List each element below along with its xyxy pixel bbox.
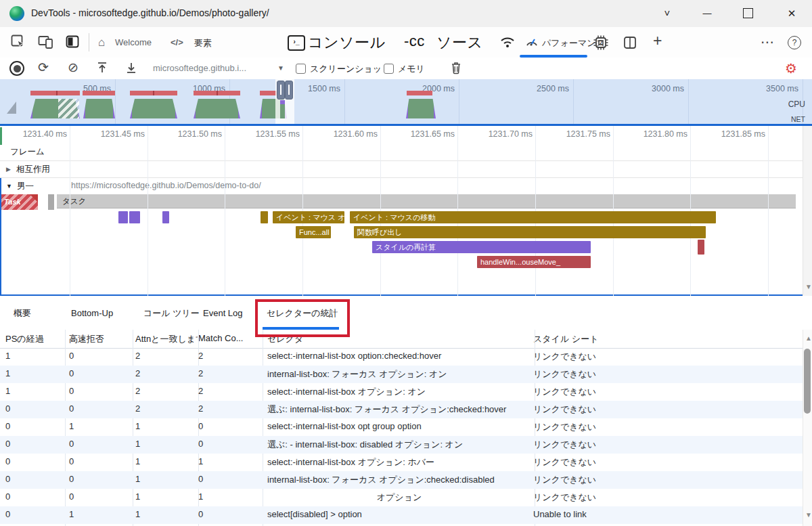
cell-selector: select:-internal-list-box オプション: ホバー (267, 456, 531, 468)
flame-gridline (768, 126, 769, 296)
column-header-Attnと一致します[interactable]: Attnと一致します (135, 333, 198, 345)
table-row[interactable]: 1022select:-internal-list-box オプション: オンリ… (0, 383, 803, 401)
more-tabs-button[interactable]: + (653, 32, 662, 50)
overview-time-label: 1500 ms (286, 84, 340, 93)
flame-event-bar[interactable] (162, 211, 169, 223)
table-scroll-thumb[interactable] (804, 349, 811, 414)
flame-event-bar[interactable] (129, 211, 140, 223)
reload-record-button[interactable]: ⟳ (38, 60, 49, 76)
capture-settings-gear-icon[interactable]: ⚙ (785, 60, 797, 76)
scroll-down-icon[interactable]: ▼ (805, 511, 812, 519)
flame-event-bar[interactable] (698, 240, 704, 255)
trash-icon[interactable] (450, 61, 462, 74)
flame-event-bar[interactable]: イベント : マウスの移動 (350, 211, 716, 223)
tab-elements[interactable]: 要素 (194, 37, 212, 49)
tab-welcome[interactable]: Welcome (115, 37, 152, 47)
table-row[interactable]: 0010選ぶ: - internal-list-box: disabled オプ… (0, 436, 803, 454)
flame-event-bar[interactable]: Func...all (296, 226, 331, 238)
long-task-corner (30, 194, 38, 202)
main-collapse-icon[interactable]: ▼ (6, 183, 12, 190)
flame-scrollbar[interactable]: ▼ (803, 126, 812, 296)
tab-概要[interactable]: 概要 (14, 297, 31, 330)
scroll-up-icon[interactable]: ▲ (805, 334, 812, 342)
cell-numeric: 1 (5, 368, 64, 378)
column-header-Match Co...[interactable]: Match Co... (198, 333, 259, 343)
column-header-高速拒否[interactable]: 高速拒否 (69, 333, 131, 345)
column-header-スタイル シート[interactable]: スタイル シート (533, 333, 798, 345)
record-button-dot (14, 65, 21, 72)
screenshots-checkbox[interactable] (296, 64, 306, 74)
cell-numeric: 1 (198, 456, 259, 466)
column-header-セレクタ[interactable]: セレクタ (267, 333, 531, 345)
cpu-activity-hump (406, 99, 436, 118)
interactions-collapse-icon[interactable]: ▶ (6, 166, 11, 173)
main-track-url: https://microsoftedge.github.io/Demos/de… (71, 181, 261, 190)
table-row[interactable]: 1022select:-internal-list-box option:che… (0, 348, 803, 366)
long-task-divider (56, 91, 58, 95)
overview-cpu-label: CPU (788, 100, 805, 109)
flame-chart[interactable]: フレーム ▶ 相互作用 ▼ 男一 https://microsoftedge.g… (0, 126, 812, 296)
cell-numeric: 0 (5, 403, 64, 414)
save-profile-icon[interactable] (126, 62, 137, 74)
help-icon[interactable]: ? (788, 36, 801, 49)
scroll-down-icon[interactable]: ▼ (805, 283, 812, 290)
table-row[interactable]: 0010internal-list-box: フォーカス オプション:check… (0, 471, 803, 489)
timeline-overview[interactable]: 500 ms1000 ms1500 ms2000 ms2500 ms3000 m… (0, 79, 812, 124)
table-row[interactable]: 1022internal-list-box: フォーカス オプション: オンリン… (0, 366, 803, 383)
cell-numeric: 1 (135, 491, 198, 502)
column-header-PSの経過[interactable]: PSの経過 (5, 333, 64, 345)
tab-コール ツリー[interactable]: コール ツリー (143, 297, 200, 330)
dock-chevron-button[interactable]: ˅ (652, 4, 683, 23)
cell-stylesheet: Unable to link (533, 509, 792, 519)
table-row[interactable]: 0011select:-internal-list-box オプション: ホバー… (0, 454, 803, 471)
selection-handle-left[interactable] (277, 81, 285, 100)
flame-event-bar[interactable] (118, 211, 128, 223)
cell-selector: internal-list-box: フォーカス オプション:checked:d… (267, 474, 531, 486)
table-row[interactable]: 0110select:-internal-list-box opt group … (0, 418, 803, 436)
inspect-icon[interactable] (11, 35, 26, 49)
flame-event-bar[interactable]: handleWin...ouseMove_ (477, 256, 591, 268)
memory-checkbox[interactable] (384, 64, 394, 74)
flame-event-bar[interactable]: 関数呼び出し (354, 226, 706, 238)
load-profile-icon[interactable] (97, 62, 108, 74)
cell-numeric: 0 (198, 439, 259, 449)
tab-セレクターの統計[interactable]: セレクターの統計 (267, 297, 338, 330)
selection-handle-right[interactable] (285, 81, 293, 100)
task-bar[interactable]: タスク (57, 194, 796, 209)
flame-ruler-label: 1231.40 ms (6, 129, 67, 139)
cell-numeric: 1 (69, 421, 131, 431)
flame-event-bar[interactable]: スタイルの再計算 (372, 241, 591, 253)
flame-event-bar[interactable]: イベント : マウス オーバー (273, 211, 344, 223)
tab-console[interactable]: コンソール (308, 32, 386, 53)
page-select[interactable]: microsoftedge.github.i... (153, 63, 246, 73)
more-options-icon[interactable]: ⋯ (761, 34, 774, 50)
maximize-button[interactable] (743, 8, 753, 18)
flame-event-bar[interactable] (261, 211, 268, 223)
long-task-indicator (407, 91, 432, 95)
table-row[interactable]: 0011オプションリンクできない (0, 489, 803, 506)
device-toolbar-icon[interactable] (38, 35, 54, 49)
cell-numeric: 1 (69, 509, 131, 519)
flame-ruler-label: 1231.75 ms (549, 129, 610, 139)
tab-Event Log[interactable]: Event Log (203, 297, 243, 330)
cell-selector: select[disabled] > option (267, 509, 531, 519)
memory-chip-icon[interactable] (593, 35, 609, 51)
interactions-track-label[interactable]: 相互作用 (16, 164, 50, 175)
flame-ruler-label: 1231.50 ms (161, 129, 222, 139)
task-fragment[interactable] (48, 194, 54, 210)
close-button[interactable]: ✕ (776, 4, 807, 23)
tab-sources[interactable]: ソース (436, 32, 483, 53)
tab-Bottom-Up[interactable]: Bottom-Up (71, 297, 113, 330)
network-wifi-icon[interactable] (499, 35, 516, 49)
clear-button[interactable]: ⊘ (68, 60, 78, 76)
dock-side-icon[interactable] (66, 35, 81, 49)
cell-numeric: 0 (69, 386, 131, 396)
cell-numeric: 2 (198, 386, 259, 396)
table-row[interactable]: 0110select[disabled] > optionUnable to l… (0, 506, 803, 524)
main-track-label[interactable]: 男一 (17, 181, 34, 192)
application-box-icon[interactable] (623, 36, 638, 49)
cell-numeric: 2 (198, 351, 259, 361)
flame-ruler-label: 1231.60 ms (317, 129, 378, 139)
minimize-button[interactable]: — (692, 4, 723, 23)
table-row[interactable]: 0022選ぶ: internal-list-box: フォーカス オプション:c… (0, 401, 803, 418)
